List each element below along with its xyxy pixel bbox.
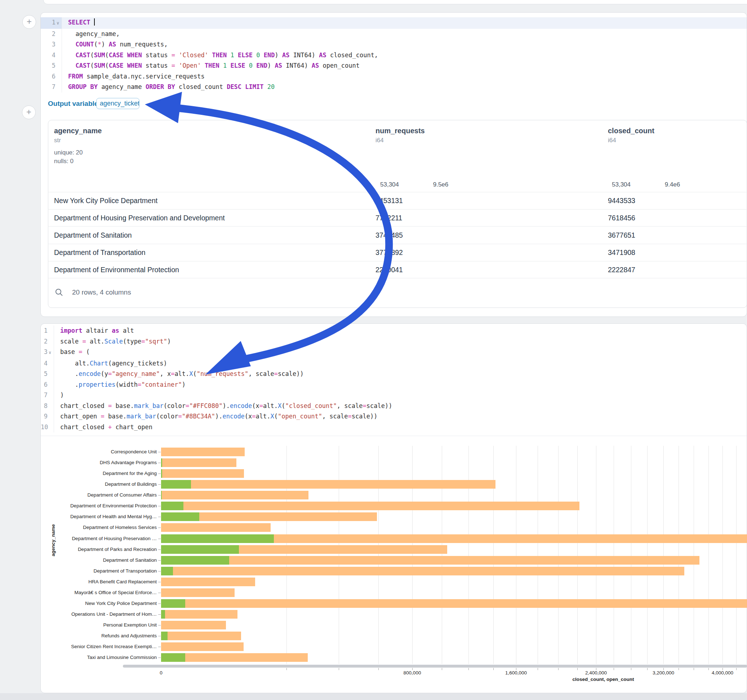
table-cell-agency-name[interactable]: Department of Sanitation (54, 231, 132, 240)
column-header-closed_count[interactable]: closed_count (608, 127, 655, 135)
line-number[interactable]: 1∨ (41, 17, 62, 29)
code-text[interactable]: FROM sample_data.nyc.service_requests (62, 71, 747, 82)
code-text[interactable]: chart_closed = base.mark_bar(color="#FFC… (54, 401, 747, 412)
code-line[interactable]: 1∨SELECT (41, 17, 747, 29)
chart-bar-open_count[interactable] (161, 459, 162, 467)
code-text[interactable]: chart_closed + chart_open (54, 422, 747, 433)
code-text[interactable]: scale = alt.Scale(type="sqrt") (54, 336, 747, 347)
code-line[interactable]: 5 .encode(y="agency_name", x=alt.X("num_… (41, 369, 747, 380)
table-cell-closed-count[interactable]: 2222847 (608, 266, 635, 274)
chart-bar-open_count[interactable] (161, 545, 239, 554)
line-number[interactable]: 3 (41, 39, 62, 50)
code-text[interactable]: .encode(y="agency_name", x=alt.X("num_re… (54, 369, 747, 380)
chart-bar-open_count[interactable] (161, 491, 162, 499)
line-number[interactable]: 3∨ (41, 347, 54, 358)
line-number[interactable]: 4 (41, 50, 62, 61)
code-line[interactable]: 3 COUNT(*) AS num_requests, (41, 39, 747, 50)
chart-bar-closed_count[interactable] (161, 523, 271, 532)
line-number[interactable]: 9 (41, 411, 54, 422)
code-line[interactable]: 7) (41, 390, 747, 401)
code-line[interactable]: 1import altair as alt (41, 326, 747, 336)
chart-bar-closed_count[interactable] (161, 480, 496, 489)
line-number[interactable]: 1 (41, 326, 54, 336)
line-number[interactable]: 6 (41, 380, 54, 390)
chart-bar-closed_count[interactable] (161, 588, 234, 597)
code-text[interactable]: base = ( (54, 347, 747, 358)
chart-bar-open_count[interactable] (161, 599, 185, 608)
chart-bar-closed_count[interactable] (161, 556, 699, 564)
line-number[interactable]: 10 (41, 422, 54, 433)
code-line[interactable]: 2 agency_name, (41, 29, 747, 39)
code-line[interactable]: 3∨base = ( (41, 347, 747, 358)
code-text[interactable]: CAST(SUM(CASE WHEN status = 'Open' THEN … (62, 60, 747, 71)
python-code-editor[interactable]: 1import altair as alt2scale = alt.Scale(… (41, 326, 747, 433)
table-cell-agency-name[interactable]: Department of Environmental Protection (54, 266, 179, 274)
code-text[interactable]: SELECT (62, 17, 747, 29)
chart-bar-closed_count[interactable] (161, 610, 237, 619)
line-number[interactable]: 4 (41, 358, 54, 369)
line-number[interactable]: 7 (41, 82, 62, 92)
table-cell-num-requests[interactable]: 3749485 (375, 231, 403, 240)
code-text[interactable]: GROUP BY agency_name ORDER BY closed_cou… (62, 82, 747, 92)
chart-bar-open_count[interactable] (161, 534, 274, 543)
line-number[interactable]: 2 (41, 29, 62, 39)
code-line[interactable]: 10chart_closed + chart_open (41, 422, 747, 433)
code-line[interactable]: 8chart_closed = base.mark_bar(color="#FF… (41, 401, 747, 412)
code-text[interactable]: import altair as alt (54, 326, 747, 336)
code-text[interactable]: .properties(width="container") (54, 380, 747, 390)
chart-bar-closed_count[interactable] (161, 643, 243, 651)
chart-bar-closed_count[interactable] (161, 567, 684, 575)
output-variable-pill[interactable]: agency_tickets (96, 98, 139, 109)
code-text[interactable]: alt.Chart(agency_tickets) (54, 358, 747, 369)
table-cell-num-requests[interactable]: 9453131 (375, 197, 403, 205)
chart-bar-closed_count[interactable] (161, 469, 244, 478)
code-text[interactable]: chart_open = base.mark_bar(color="#8BC34… (54, 411, 747, 422)
code-text[interactable]: COUNT(*) AS num_requests, (62, 39, 747, 50)
chart-bar-closed_count[interactable] (161, 502, 579, 510)
code-line[interactable]: 7GROUP BY agency_name ORDER BY closed_co… (41, 82, 747, 92)
chart-bar-open_count[interactable] (161, 469, 162, 478)
add-cell-button-middle[interactable]: + (22, 106, 36, 119)
code-line[interactable]: 2scale = alt.Scale(type="sqrt") (41, 336, 747, 347)
chart-bar-open_count[interactable] (161, 502, 183, 510)
chart-bar-closed_count[interactable] (161, 599, 747, 608)
table-cell-closed-count[interactable]: 7618456 (608, 214, 635, 222)
table-cell-num-requests[interactable]: 7782211 (375, 214, 402, 222)
chart-bar-closed_count[interactable] (161, 578, 255, 586)
table-cell-num-requests[interactable]: 2240041 (375, 266, 403, 274)
column-header-num_requests[interactable]: num_requests (375, 127, 425, 135)
chart-bar-open_count[interactable] (161, 512, 199, 521)
table-cell-agency-name[interactable]: New York City Police Department (54, 197, 157, 205)
column-header-agency_name[interactable]: agency_name (54, 127, 101, 135)
table-cell-closed-count[interactable]: 9443533 (608, 197, 635, 205)
line-number[interactable]: 5 (41, 369, 54, 380)
code-text[interactable]: ) (54, 390, 747, 401)
code-text[interactable]: agency_name, (62, 29, 747, 39)
sql-code-editor[interactable]: 1∨SELECT 2 agency_name,3 COUNT(*) AS num… (41, 17, 747, 92)
code-text[interactable]: CAST(SUM(CASE WHEN status = 'Closed' THE… (62, 50, 747, 61)
chart-horizontal-scrollbar[interactable] (123, 665, 747, 668)
table-cell-num-requests[interactable]: 3774892 (375, 249, 403, 257)
code-line[interactable]: 6FROM sample_data.nyc.service_requests (41, 71, 747, 82)
chart-bar-open_count[interactable] (161, 567, 173, 575)
chart-bar-closed_count[interactable] (161, 632, 241, 640)
chart-bar-open_count[interactable] (161, 480, 191, 489)
line-number[interactable]: 6 (41, 71, 62, 82)
code-line[interactable]: 4 alt.Chart(agency_tickets) (41, 358, 747, 369)
add-cell-button-top[interactable]: + (22, 15, 36, 29)
code-line[interactable]: 6 .properties(width="container") (41, 380, 747, 390)
line-number[interactable]: 5 (41, 60, 62, 71)
line-number[interactable]: 2 (41, 336, 54, 347)
search-icon[interactable] (55, 288, 64, 297)
line-number[interactable]: 8 (41, 401, 54, 412)
table-cell-agency-name[interactable]: Department of Housing Preservation and D… (54, 214, 225, 222)
chart-bar-closed_count[interactable] (161, 448, 245, 456)
chart-bar-open_count[interactable] (161, 653, 185, 662)
chart-bar-open_count[interactable] (161, 610, 165, 619)
table-cell-closed-count[interactable]: 3471908 (608, 249, 635, 257)
table-cell-agency-name[interactable]: Department of Transportation (54, 249, 145, 257)
line-number[interactable]: 7 (41, 390, 54, 401)
table-cell-closed-count[interactable]: 3677651 (608, 231, 635, 240)
chart-bar-closed_count[interactable] (161, 459, 236, 467)
code-line[interactable]: 5 CAST(SUM(CASE WHEN status = 'Open' THE… (41, 60, 747, 71)
